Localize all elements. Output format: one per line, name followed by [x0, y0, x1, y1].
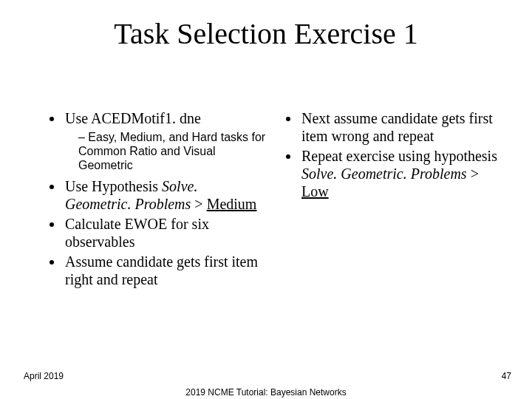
- bullet-text-u: Medium: [207, 196, 257, 212]
- right-column: Next assume candidate gets first item wr…: [284, 109, 502, 290]
- list-item: Use Hypothesis Solve. Geometric. Problem…: [64, 177, 266, 213]
- bullet-text-gt: >: [467, 166, 479, 182]
- sub-list-item: Easy, Medium, and Hard tasks for Common …: [78, 130, 266, 173]
- page-title: Task Selection Exercise 1: [0, 16, 532, 51]
- footer-date: April 2019: [24, 371, 64, 381]
- bullet-text-prefix: Repeat exercise using hypothesis: [301, 148, 497, 164]
- list-item: Assume candidate gets first item right a…: [64, 253, 266, 288]
- footer-pagenum: 47: [502, 371, 511, 381]
- footer-center: 2019 NCME Tutorial: Bayesian Networks in…: [0, 387, 532, 399]
- bullet-text-em: Solve. Geometric. Problems: [301, 166, 467, 182]
- bullet-list-right: Next assume candidate gets first item wr…: [284, 109, 502, 200]
- bullet-text-prefix: Use Hypothesis: [65, 178, 162, 194]
- bullet-text: Use ACEDMotif1. dne: [65, 110, 201, 126]
- slide: Task Selection Exercise 1 Use ACEDMotif1…: [0, 0, 532, 399]
- sub-list: Easy, Medium, and Hard tasks for Common …: [65, 130, 266, 173]
- left-column: Use ACEDMotif1. dne Easy, Medium, and Ha…: [47, 109, 266, 290]
- list-item: Calculate EWOE for six observables: [64, 215, 266, 250]
- list-item: Next assume candidate gets first item wr…: [300, 109, 502, 145]
- bullet-list-left: Use ACEDMotif1. dne Easy, Medium, and Ha…: [47, 109, 266, 288]
- footer-center-line1: 2019 NCME Tutorial: Bayesian Networks: [185, 387, 346, 398]
- slide-body: Use ACEDMotif1. dne Easy, Medium, and Ha…: [47, 109, 502, 290]
- list-item: Use ACEDMotif1. dne Easy, Medium, and Ha…: [64, 109, 266, 173]
- bullet-text-u: Low: [301, 183, 329, 200]
- list-item: Repeat exercise using hypothesis Solve. …: [300, 147, 502, 200]
- bullet-text-gt: >: [191, 196, 206, 212]
